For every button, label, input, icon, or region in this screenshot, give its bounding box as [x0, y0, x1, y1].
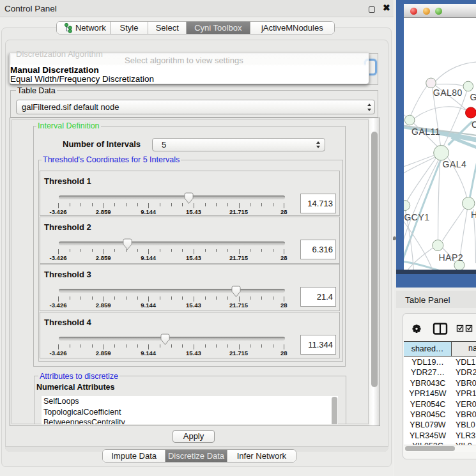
- svg-text:H: H: [471, 210, 476, 220]
- svg-text:GAL4: GAL4: [442, 159, 466, 169]
- svg-text:GA: GA: [470, 92, 476, 102]
- svg-text:C: C: [472, 119, 476, 130]
- svg-text:GAL80: GAL80: [433, 88, 462, 98]
- svg-text:GCY1: GCY1: [404, 212, 429, 222]
- svg-text:GAL11: GAL11: [411, 127, 440, 137]
- svg-text:HAP2: HAP2: [438, 252, 463, 263]
